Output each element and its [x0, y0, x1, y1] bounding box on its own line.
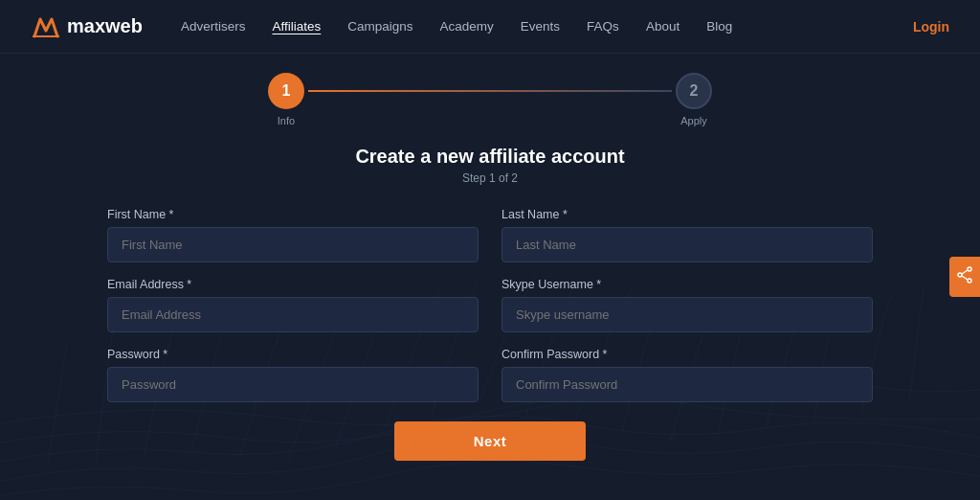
nav-faqs[interactable]: FAQs — [587, 19, 619, 34]
first-name-label: First Name * — [107, 208, 479, 221]
step-2: 2 Apply — [676, 73, 712, 126]
email-group: Email Address * — [107, 278, 479, 332]
form-subtitle: Step 1 of 2 — [15, 171, 965, 185]
step-1: 1 Info — [268, 73, 304, 126]
nav-campaigns[interactable]: Campaigns — [347, 19, 412, 34]
email-input[interactable] — [107, 297, 479, 332]
contact-row: Email Address * Skype Username * — [107, 278, 873, 332]
nav-events[interactable]: Events — [521, 19, 560, 34]
navigation: maxweb Advertisers Affiliates Campaigns … — [0, 0, 980, 54]
confirm-password-label: Confirm Password * — [501, 348, 873, 361]
confirm-password-group: Confirm Password * — [501, 348, 873, 402]
share-icon-wrapper[interactable] — [949, 257, 980, 297]
last-name-label: Last Name * — [501, 208, 873, 221]
first-name-group: First Name * — [107, 208, 479, 262]
main-content: .grid-line { stroke: #4466aa; stroke-wid… — [0, 54, 980, 500]
logo-text: maxweb — [67, 15, 143, 37]
svg-point-1 — [968, 267, 971, 271]
svg-point-2 — [958, 273, 962, 277]
step-indicator: 1 Info 2 Apply — [15, 73, 965, 126]
password-row: Password * Confirm Password * — [107, 348, 873, 402]
step-1-label: Info — [278, 115, 295, 126]
logo[interactable]: maxweb — [31, 11, 143, 42]
nav-links: Advertisers Affiliates Campaigns Academy… — [181, 19, 913, 34]
step-2-circle: 2 — [676, 73, 712, 109]
skype-label: Skype Username * — [501, 278, 873, 291]
password-label: Password * — [107, 348, 479, 361]
step-2-label: Apply — [680, 115, 707, 126]
skype-input[interactable] — [501, 297, 873, 332]
svg-line-5 — [962, 276, 968, 280]
svg-point-3 — [968, 279, 971, 283]
next-button[interactable]: Next — [394, 421, 586, 461]
nav-blog[interactable]: Blog — [706, 19, 732, 34]
skype-group: Skype Username * — [501, 278, 873, 332]
last-name-group: Last Name * — [501, 208, 873, 262]
email-label: Email Address * — [107, 278, 479, 291]
password-input[interactable] — [107, 367, 479, 402]
first-name-input[interactable] — [107, 227, 479, 262]
registration-form: First Name * Last Name * Email Address *… — [107, 208, 873, 461]
login-button[interactable]: Login — [913, 19, 949, 34]
form-content: 1 Info 2 Apply Create a new affiliate ac… — [0, 54, 980, 484]
nav-about[interactable]: About — [646, 19, 679, 34]
step-1-circle: 1 — [268, 73, 304, 109]
confirm-password-input[interactable] — [501, 367, 873, 402]
svg-line-4 — [962, 270, 968, 274]
step-connector — [308, 90, 672, 92]
last-name-input[interactable] — [501, 227, 873, 262]
next-button-wrapper: Next — [107, 421, 873, 461]
name-row: First Name * Last Name * — [107, 208, 873, 262]
nav-affiliates[interactable]: Affiliates — [272, 19, 321, 34]
form-title: Create a new affiliate account — [15, 146, 965, 168]
share-icon — [957, 266, 972, 284]
nav-academy[interactable]: Academy — [440, 19, 494, 34]
nav-advertisers[interactable]: Advertisers — [181, 19, 246, 34]
password-group: Password * — [107, 348, 479, 402]
